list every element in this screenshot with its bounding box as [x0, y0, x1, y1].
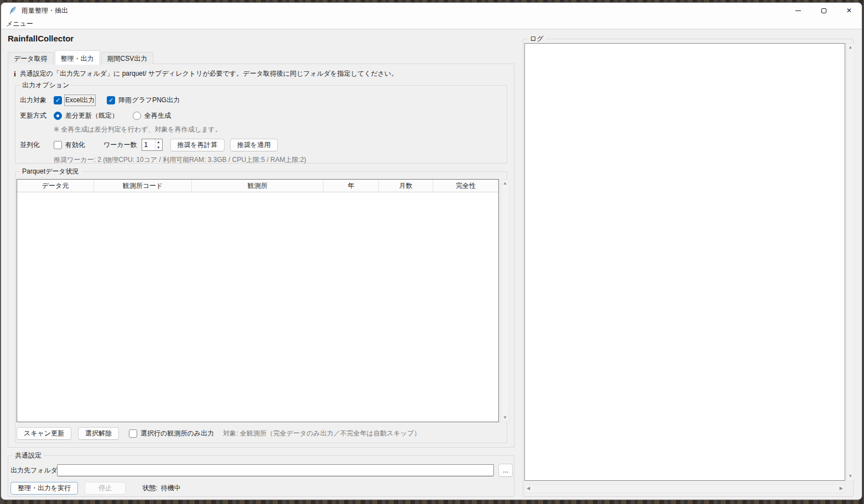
maximize-button[interactable] — [811, 3, 836, 18]
log-scroll-left-icon[interactable]: ◀ — [527, 486, 530, 491]
selected-only-label[interactable]: 選択行の観測所のみ出力 — [140, 429, 214, 438]
full-regen-label[interactable]: 全再生成 — [144, 111, 171, 120]
stop-button[interactable]: 停止 — [85, 482, 126, 495]
close-icon: ✕ — [846, 7, 852, 14]
browse-button[interactable]: ... — [498, 464, 513, 477]
title-bar[interactable]: 雨量整理・抽出 ✕ — [1, 3, 862, 18]
log-area[interactable] — [524, 43, 845, 481]
run-button[interactable]: 整理・出力を実行 — [11, 482, 78, 495]
tk-feather-icon — [8, 6, 17, 15]
png-output-checkbox[interactable] — [107, 96, 115, 104]
column-header-3[interactable]: 観測所 — [192, 180, 324, 192]
scroll-up-icon[interactable]: ▲ — [503, 181, 507, 186]
workers-spinbox[interactable]: ▲ ▼ — [142, 139, 163, 151]
app-window: 雨量整理・抽出 ✕ メニュー RainfallCollector データ取得整理… — [1, 2, 862, 500]
full-regen-radio[interactable] — [133, 112, 141, 120]
table-scrollbar[interactable]: ▲ ▼ — [501, 179, 509, 422]
info-text: 共通設定の「出力先フォルダ」に parquet/ サブディレクトリが必要です。デ… — [20, 69, 398, 78]
excel-output-checkbox[interactable] — [54, 96, 62, 104]
scan-refresh-button[interactable]: スキャン更新 — [17, 427, 71, 440]
parquet-table: データ元観測所コード観測所年月数完全性 — [17, 179, 499, 422]
excel-output-label[interactable]: Excel出力 — [65, 96, 95, 105]
parquet-status-legend: Parquetデータ状況 — [20, 167, 81, 176]
page-title: RainfallCollector — [8, 34, 74, 43]
minimize-button[interactable] — [785, 3, 811, 18]
output-options-group: 出力オプション 出力対象 Excel出力 降雨グラフPNG出力 更新方式 差分更… — [15, 85, 507, 164]
info-icon: i — [14, 70, 16, 78]
parallel-enable-label[interactable]: 有効化 — [65, 140, 85, 150]
output-folder-input[interactable] — [57, 464, 494, 476]
update-mode-label: 更新方式 — [20, 111, 54, 120]
column-header-4[interactable]: 年 — [324, 180, 379, 192]
table-header: データ元観測所コード観測所年月数完全性 — [17, 180, 498, 192]
tab-data-fetch[interactable]: データ取得 — [8, 52, 54, 64]
maximize-icon — [821, 8, 826, 13]
tab-organize-output[interactable]: 整理・出力 — [55, 50, 100, 65]
scroll-down-icon[interactable]: ▼ — [503, 416, 507, 420]
log-scroll-up-icon[interactable]: ▲ — [849, 45, 853, 50]
log-hscrollbar[interactable]: ◀ ▶ — [524, 484, 845, 493]
apply-recommend-button[interactable]: 推奨を適用 — [230, 139, 278, 151]
column-header-2[interactable]: 観測所コード — [94, 180, 192, 192]
parallel-enable-checkbox[interactable] — [54, 141, 62, 149]
common-settings-legend: 共通設定 — [13, 451, 44, 460]
output-options-legend: 出力オプション — [20, 81, 71, 90]
output-folder-label: 出力先フォルダ — [11, 466, 57, 475]
close-button[interactable]: ✕ — [836, 3, 862, 18]
window-title: 雨量整理・抽出 — [22, 3, 68, 18]
update-mode-note: ※ 全再生成は差分判定を行わず、対象を再作成します。 — [54, 125, 222, 134]
tab-pane: i 共通設定の「出力先フォルダ」に parquet/ サブディレクトリが必要です… — [8, 64, 514, 448]
menu-item-menu[interactable]: メニュー — [3, 19, 37, 30]
diff-update-label[interactable]: 差分更新（既定） — [65, 111, 118, 120]
column-header-1[interactable]: データ元 — [17, 180, 94, 192]
parallel-label: 並列化 — [20, 140, 54, 150]
status-value: 待機中 — [161, 484, 181, 493]
log-vscrollbar[interactable]: ▲ ▼ — [846, 43, 855, 481]
minimize-icon — [795, 11, 801, 11]
column-header-6[interactable]: 完全性 — [433, 180, 498, 192]
diff-update-radio[interactable] — [54, 112, 62, 120]
table-body[interactable] — [17, 192, 498, 422]
info-row: i 共通設定の「出力先フォルダ」に parquet/ サブディレクトリが必要です… — [14, 69, 398, 78]
log-scroll-down-icon[interactable]: ▼ — [849, 474, 853, 479]
workers-label: ワーカー数 — [103, 140, 137, 150]
workers-input[interactable] — [142, 139, 155, 150]
output-target-label: 出力対象 — [20, 96, 54, 105]
selected-only-checkbox[interactable] — [129, 429, 137, 438]
tab-period-csv-output[interactable]: 期間CSV出力 — [101, 52, 154, 64]
menu-bar: メニュー — [1, 18, 862, 29]
log-scroll-right-icon[interactable]: ▶ — [840, 486, 843, 491]
png-output-label[interactable]: 降雨グラフPNG出力 — [118, 96, 180, 105]
log-legend: ログ — [528, 34, 546, 44]
target-note: 対象: 全観測所（完全データのみ出力／不完全年は自動スキップ） — [223, 429, 420, 438]
log-group: ログ ▲ ▼ ◀ ▶ — [523, 39, 853, 497]
status-label: 状態: — [142, 484, 157, 493]
tab-bar: データ取得整理・出力期間CSV出力 — [8, 50, 154, 64]
spin-up-button[interactable]: ▲ — [155, 139, 162, 145]
common-settings-group: 共通設定 出力先フォルダ ... 整理・出力を実行 停止 状態: 待機中 — [8, 455, 514, 497]
column-header-5[interactable]: 月数 — [379, 180, 433, 192]
spin-down-button[interactable]: ▼ — [155, 145, 162, 150]
deselect-button[interactable]: 選択解除 — [78, 427, 119, 440]
recalc-recommend-button[interactable]: 推奨を再計算 — [170, 139, 225, 151]
parquet-status-group: Parquetデータ状況 データ元観測所コード観測所年月数完全性 ▲ ▼ スキャ… — [15, 171, 507, 443]
recommend-note: 推奨ワーカー: 2 (物理CPU: 10コア / 利用可能RAM: 3.3GB … — [54, 155, 306, 165]
